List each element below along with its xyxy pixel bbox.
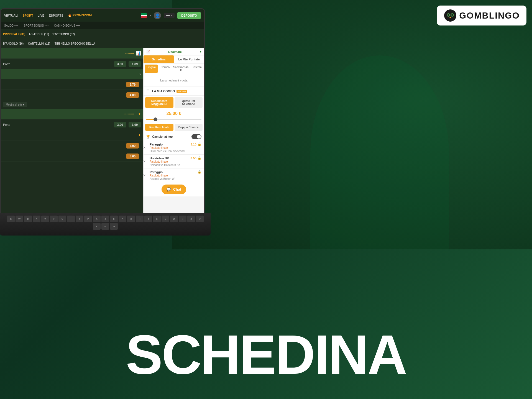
odds-row-center2: 4.00 xyxy=(1,90,143,100)
odds-row-center4: 5.00 xyxy=(1,151,143,162)
key-e: E xyxy=(24,216,32,222)
nav-virtuali[interactable]: VIRTUALI xyxy=(4,14,18,17)
key-b: B xyxy=(93,223,101,230)
slider-thumb[interactable] xyxy=(154,117,157,121)
odds-val2b[interactable]: 1.90 xyxy=(129,122,141,127)
decimale-arrow[interactable]: ▾ xyxy=(200,50,201,53)
key-f: F xyxy=(119,216,126,222)
filter-dangolo[interactable]: D'ANGOLO (26) xyxy=(3,42,24,45)
key-w: W xyxy=(16,216,23,222)
key-s: S xyxy=(101,216,109,222)
more-button[interactable]: Mostra di più ▾ xyxy=(3,102,27,107)
star-icon2[interactable]: ★ xyxy=(138,112,141,116)
remove-btn-1[interactable]: ✕ xyxy=(143,160,146,163)
filter-btn-quote[interactable]: Quote Per Selezione xyxy=(175,97,203,108)
odds-center3[interactable]: 6.00 xyxy=(126,143,139,149)
key-r: R xyxy=(33,216,40,222)
lock-icon-2: 🔒 xyxy=(198,170,201,174)
key-o: O xyxy=(76,216,83,222)
nav-esports[interactable]: ESPORTS xyxy=(49,14,63,17)
filter-tiri[interactable]: TIRI NELLO SPECCHIO DELLA xyxy=(55,42,95,45)
bet-item-0-header: Pareggio 3.10 🔒 xyxy=(150,142,201,146)
nav-sport[interactable]: SPORT xyxy=(23,14,33,17)
chat-label: Chat xyxy=(173,187,181,191)
bet-detail-1: Risultato finale xyxy=(150,160,201,163)
remove-btn-0[interactable]: ✕ xyxy=(143,146,146,150)
nuovo-badge: NUOVO xyxy=(177,90,187,93)
decimale-header: 📈 Decimale ▾ xyxy=(144,48,204,55)
bet-type-0: Pareggio xyxy=(150,143,163,146)
laptop-screen: VIRTUALI SPORT LIVE ESPORTS 🔥 PROMOZIONI… xyxy=(0,8,205,224)
amount-section: 25,00 € xyxy=(144,109,204,118)
combo-label: LA MIA COMBO xyxy=(152,89,175,93)
key-x: X xyxy=(179,216,186,222)
sports-filter-row1: PRINCIPALE (36) ASIATICHE (12) 1°/2° TEM… xyxy=(1,29,204,39)
empty-slip-message: La schedina è vuota xyxy=(144,74,204,86)
chart-icon: 📊 xyxy=(135,50,141,56)
sub-tab-combo[interactable]: Combo xyxy=(159,65,172,73)
filter-cartellini[interactable]: CARTELLINI (11) xyxy=(28,42,50,45)
filter-btn-rendimento[interactable]: Rendimento Maggiore Di xyxy=(145,97,173,108)
filter-asiatiche[interactable]: ASIATICHE (12) xyxy=(29,33,49,36)
campionati-toggle[interactable] xyxy=(191,134,201,139)
result-btn-doppia[interactable]: Doppia Chance xyxy=(175,124,203,131)
key-n: N xyxy=(101,223,109,230)
odds-center1[interactable]: 6.79 xyxy=(126,82,139,87)
svg-point-0 xyxy=(444,9,456,22)
odds-row1: Porto 3.80 1.89 xyxy=(1,59,143,69)
odds-val1b[interactable]: 1.89 xyxy=(129,61,141,67)
odds-val2a[interactable]: 3.90 xyxy=(114,122,126,127)
chat-area: 💬 Chat xyxy=(144,182,204,196)
sub-tab-singola[interactable]: Singola xyxy=(145,65,158,73)
amount-value: 25,00 € xyxy=(146,111,201,116)
odds-row2: Porto 3.90 1.90 xyxy=(1,119,143,130)
match-title1: ••• •••••• xyxy=(3,52,136,55)
bet-item-2-header: Pareggio 🔒 xyxy=(150,170,201,174)
odds-center2[interactable]: 4.00 xyxy=(126,92,139,98)
key-a: A xyxy=(93,216,101,222)
filter-tempo[interactable]: 1°/2° TEMPO (37) xyxy=(52,33,75,36)
bet-type-1: Holstebro BK xyxy=(150,157,169,160)
result-buttons: Risultato finale Doppia Chance xyxy=(144,122,204,132)
odds-val1a[interactable]: 3.80 xyxy=(114,61,126,67)
sub-tab-if[interactable]: Scommessa If xyxy=(173,65,189,73)
slider-container[interactable] xyxy=(144,118,204,122)
dropdown-arrow[interactable]: ▾ xyxy=(150,14,151,17)
bet-odds-val-0: 3.10 xyxy=(191,143,196,146)
odds-row-highlight2: •••• •••••• ★ xyxy=(1,109,143,119)
nav-promo[interactable]: 🔥 PROMOZIONI xyxy=(68,14,92,17)
logo-mascot xyxy=(444,9,457,22)
slider-track[interactable] xyxy=(146,119,201,120)
key-j: J xyxy=(144,216,152,222)
key-u: U xyxy=(58,216,66,222)
chat-button[interactable]: 💬 Chat xyxy=(162,185,186,194)
key-y: Y xyxy=(50,216,58,222)
key-k: K xyxy=(153,216,161,222)
star-icon3[interactable]: ★ xyxy=(138,133,141,137)
sub-tabs: Singola Combo Scommessa If Sistema xyxy=(144,63,204,74)
deposit-button[interactable]: DEPOSITO xyxy=(177,12,201,19)
keyboard: Q W E R T Y U I O P A S D F G H J K L Z … xyxy=(0,213,211,236)
key-q: Q xyxy=(7,216,15,222)
result-btn-finale[interactable]: Risultato finale xyxy=(145,124,173,131)
nav-live[interactable]: LIVE xyxy=(38,14,44,17)
tab-schedina[interactable]: Schedina xyxy=(144,55,174,63)
betslip-panel: 📈 Decimale ▾ Schedina Le Mie Puntate Sin… xyxy=(143,48,204,224)
balance-sport: SPORT BONUS •••• xyxy=(24,24,48,27)
filter-principale[interactable]: PRINCIPALE (36) xyxy=(3,33,25,36)
toggle-row: 🏆 Campionati top xyxy=(144,132,204,141)
bet-odds-2: 🔒 xyxy=(198,170,201,174)
content-area: 📊 ••• •••••• ★ Porto 3.80 1.89 ▾ xyxy=(1,48,204,224)
tab-mie-puntate[interactable]: Le Mie Puntate xyxy=(174,55,204,63)
user-icon[interactable]: 👤 xyxy=(154,12,161,19)
balance-casino: CASINÒ BONUS •••• xyxy=(54,24,80,27)
bet-odds-1: 3.50 🔒 xyxy=(191,156,201,160)
username-field[interactable]: •••• ▾ xyxy=(164,13,175,18)
sub-tab-sistema[interactable]: Sistema xyxy=(190,65,203,73)
odds-row-star3: ★ xyxy=(1,130,143,140)
odds-row-center3: 6.00 xyxy=(1,140,143,151)
remove-btn-2[interactable]: ✕ xyxy=(143,173,146,177)
odds-center4[interactable]: 5.00 xyxy=(126,154,139,159)
svg-point-2 xyxy=(447,14,449,16)
key-i: I xyxy=(67,216,75,222)
